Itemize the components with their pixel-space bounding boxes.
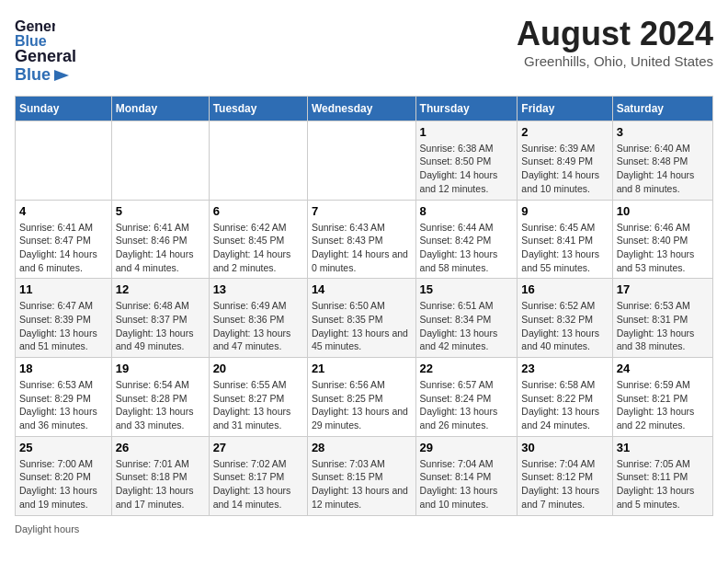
calendar-day-cell: 3Sunrise: 6:40 AMSunset: 8:48 PMDaylight… xyxy=(612,121,712,200)
day-number: 6 xyxy=(213,204,303,218)
calendar-day-cell: 1Sunrise: 6:38 AMSunset: 8:50 PMDaylight… xyxy=(415,121,518,200)
day-info: Sunrise: 6:56 AMSunset: 8:25 PMDaylight:… xyxy=(312,378,412,432)
weekday-header-cell: Sunday xyxy=(16,96,112,121)
svg-text:Blue: Blue xyxy=(15,33,47,48)
day-info: Sunrise: 6:45 AMSunset: 8:41 PMDaylight:… xyxy=(521,221,608,275)
day-info: Sunrise: 7:00 AMSunset: 8:20 PMDaylight:… xyxy=(19,457,108,511)
day-number: 9 xyxy=(521,204,608,218)
day-info: Sunrise: 6:43 AMSunset: 8:43 PMDaylight:… xyxy=(312,221,412,275)
calendar-table: SundayMondayTuesdayWednesdayThursdayFrid… xyxy=(15,96,713,516)
day-number: 10 xyxy=(617,204,709,218)
day-info: Sunrise: 6:40 AMSunset: 8:48 PMDaylight:… xyxy=(617,142,709,196)
weekday-header-cell: Friday xyxy=(518,96,612,121)
day-info: Sunrise: 6:52 AMSunset: 8:32 PMDaylight:… xyxy=(521,299,608,353)
day-info: Sunrise: 6:46 AMSunset: 8:40 PMDaylight:… xyxy=(617,221,709,275)
calendar-day-cell: 25Sunrise: 7:00 AMSunset: 8:20 PMDayligh… xyxy=(16,436,112,515)
day-info: Sunrise: 6:41 AMSunset: 8:46 PMDaylight:… xyxy=(116,221,205,275)
day-info: Sunrise: 7:03 AMSunset: 8:15 PMDaylight:… xyxy=(312,457,412,511)
day-number: 21 xyxy=(312,362,412,375)
calendar-day-cell: 26Sunrise: 7:01 AMSunset: 8:18 PMDayligh… xyxy=(111,436,209,515)
day-info: Sunrise: 6:42 AMSunset: 8:45 PMDaylight:… xyxy=(213,221,303,275)
calendar-day-cell: 4Sunrise: 6:41 AMSunset: 8:47 PMDaylight… xyxy=(16,200,112,279)
day-number: 30 xyxy=(521,441,608,454)
day-number: 19 xyxy=(116,362,205,375)
day-info: Sunrise: 6:53 AMSunset: 8:31 PMDaylight:… xyxy=(617,299,709,353)
weekday-header-cell: Monday xyxy=(111,96,209,121)
day-number: 31 xyxy=(617,441,709,454)
day-number: 4 xyxy=(19,204,108,218)
calendar-day-cell: 10Sunrise: 6:46 AMSunset: 8:40 PMDayligh… xyxy=(612,200,712,279)
day-info: Sunrise: 6:59 AMSunset: 8:21 PMDaylight:… xyxy=(617,378,709,432)
calendar-day-cell: 18Sunrise: 6:53 AMSunset: 8:29 PMDayligh… xyxy=(16,358,112,437)
day-number: 29 xyxy=(420,441,514,454)
calendar-week-row: 4Sunrise: 6:41 AMSunset: 8:47 PMDaylight… xyxy=(16,200,713,279)
calendar-week-row: 1Sunrise: 6:38 AMSunset: 8:50 PMDaylight… xyxy=(16,121,713,200)
weekday-header-row: SundayMondayTuesdayWednesdayThursdayFrid… xyxy=(16,96,713,121)
day-number: 12 xyxy=(116,282,205,296)
weekday-header-cell: Saturday xyxy=(612,96,712,121)
day-number: 7 xyxy=(312,204,412,218)
calendar-week-row: 25Sunrise: 7:00 AMSunset: 8:20 PMDayligh… xyxy=(16,436,713,515)
calendar-day-cell: 11Sunrise: 6:47 AMSunset: 8:39 PMDayligh… xyxy=(16,279,112,358)
day-number: 17 xyxy=(617,282,709,296)
calendar-day-cell: 24Sunrise: 6:59 AMSunset: 8:21 PMDayligh… xyxy=(612,358,712,437)
calendar-subtitle: Greenhills, Ohio, United States xyxy=(517,53,713,69)
calendar-day-cell: 31Sunrise: 7:05 AMSunset: 8:11 PMDayligh… xyxy=(612,436,712,515)
day-info: Sunrise: 7:02 AMSunset: 8:17 PMDaylight:… xyxy=(213,457,303,511)
calendar-day-cell: 14Sunrise: 6:50 AMSunset: 8:35 PMDayligh… xyxy=(307,279,415,358)
day-number: 8 xyxy=(420,204,514,218)
day-number: 14 xyxy=(312,282,412,296)
day-number: 27 xyxy=(213,441,303,454)
day-number: 28 xyxy=(312,441,412,454)
calendar-day-cell: 5Sunrise: 6:41 AMSunset: 8:46 PMDaylight… xyxy=(111,200,209,279)
day-info: Sunrise: 6:57 AMSunset: 8:24 PMDaylight:… xyxy=(420,378,514,432)
calendar-day-cell: 16Sunrise: 6:52 AMSunset: 8:32 PMDayligh… xyxy=(518,279,612,358)
svg-marker-3 xyxy=(54,70,69,81)
calendar-day-cell xyxy=(209,121,307,200)
day-number: 18 xyxy=(19,362,108,375)
weekday-header-cell: Tuesday xyxy=(209,96,307,121)
day-info: Sunrise: 6:41 AMSunset: 8:47 PMDaylight:… xyxy=(19,221,108,275)
day-number: 25 xyxy=(19,441,108,454)
calendar-day-cell xyxy=(111,121,209,200)
calendar-day-cell: 15Sunrise: 6:51 AMSunset: 8:34 PMDayligh… xyxy=(415,279,518,358)
day-info: Sunrise: 7:04 AMSunset: 8:14 PMDaylight:… xyxy=(420,457,514,511)
day-info: Sunrise: 6:58 AMSunset: 8:22 PMDaylight:… xyxy=(521,378,608,432)
day-number: 26 xyxy=(116,441,205,454)
day-info: Sunrise: 6:38 AMSunset: 8:50 PMDaylight:… xyxy=(420,142,514,196)
day-number: 23 xyxy=(521,362,608,375)
calendar-day-cell: 29Sunrise: 7:04 AMSunset: 8:14 PMDayligh… xyxy=(415,436,518,515)
logo: General Blue General Blue xyxy=(15,15,76,85)
day-info: Sunrise: 6:48 AMSunset: 8:37 PMDaylight:… xyxy=(116,299,205,353)
weekday-header-cell: Thursday xyxy=(415,96,518,121)
svg-text:General: General xyxy=(15,18,55,34)
calendar-day-cell: 13Sunrise: 6:49 AMSunset: 8:36 PMDayligh… xyxy=(209,279,307,358)
day-number: 20 xyxy=(213,362,303,375)
calendar-day-cell xyxy=(16,121,112,200)
calendar-day-cell: 17Sunrise: 6:53 AMSunset: 8:31 PMDayligh… xyxy=(612,279,712,358)
calendar-day-cell: 7Sunrise: 6:43 AMSunset: 8:43 PMDaylight… xyxy=(307,200,415,279)
calendar-day-cell: 19Sunrise: 6:54 AMSunset: 8:28 PMDayligh… xyxy=(111,358,209,437)
day-info: Sunrise: 7:01 AMSunset: 8:18 PMDaylight:… xyxy=(116,457,205,511)
calendar-day-cell xyxy=(307,121,415,200)
calendar-day-cell: 12Sunrise: 6:48 AMSunset: 8:37 PMDayligh… xyxy=(111,279,209,358)
calendar-day-cell: 2Sunrise: 6:39 AMSunset: 8:49 PMDaylight… xyxy=(518,121,612,200)
title-area: August 2024 Greenhills, Ohio, United Sta… xyxy=(517,15,713,69)
calendar-day-cell: 30Sunrise: 7:04 AMSunset: 8:12 PMDayligh… xyxy=(518,436,612,515)
day-number: 13 xyxy=(213,282,303,296)
calendar-day-cell: 9Sunrise: 6:45 AMSunset: 8:41 PMDaylight… xyxy=(518,200,612,279)
calendar-body: 1Sunrise: 6:38 AMSunset: 8:50 PMDaylight… xyxy=(16,121,713,515)
day-info: Sunrise: 7:05 AMSunset: 8:11 PMDaylight:… xyxy=(617,457,709,511)
calendar-day-cell: 22Sunrise: 6:57 AMSunset: 8:24 PMDayligh… xyxy=(415,358,518,437)
calendar-day-cell: 27Sunrise: 7:02 AMSunset: 8:17 PMDayligh… xyxy=(209,436,307,515)
footer: Daylight hours xyxy=(15,523,713,534)
day-info: Sunrise: 6:47 AMSunset: 8:39 PMDaylight:… xyxy=(19,299,108,353)
day-number: 24 xyxy=(617,362,709,375)
calendar-day-cell: 23Sunrise: 6:58 AMSunset: 8:22 PMDayligh… xyxy=(518,358,612,437)
day-info: Sunrise: 6:54 AMSunset: 8:28 PMDaylight:… xyxy=(116,378,205,432)
day-number: 22 xyxy=(420,362,514,375)
day-info: Sunrise: 6:53 AMSunset: 8:29 PMDaylight:… xyxy=(19,378,108,432)
day-info: Sunrise: 6:39 AMSunset: 8:49 PMDaylight:… xyxy=(521,142,608,196)
logo-general: General xyxy=(15,48,76,66)
day-number: 1 xyxy=(420,125,514,139)
